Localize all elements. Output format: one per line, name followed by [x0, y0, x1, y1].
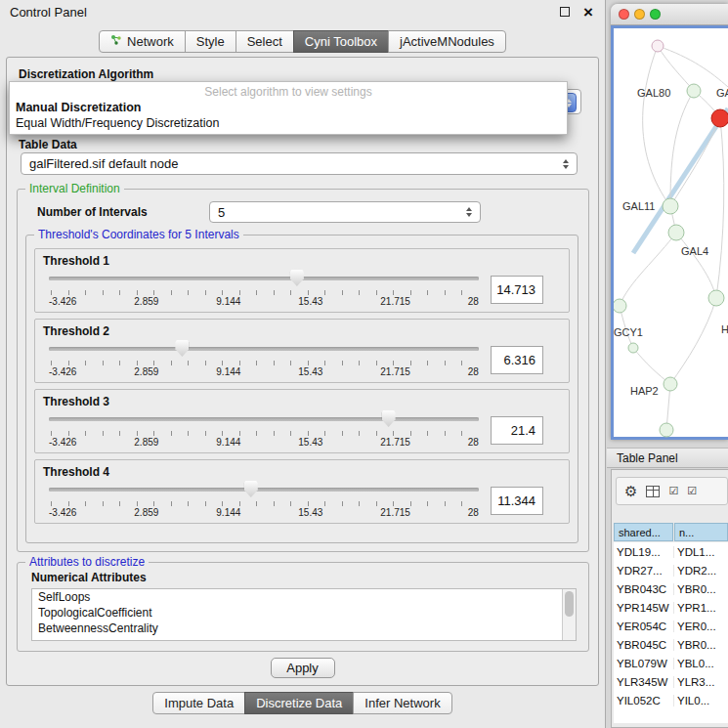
close-window-button[interactable]	[619, 9, 629, 20]
threshold-slider[interactable]: -3.4262.8599.14415.4321.71528	[49, 340, 479, 379]
network-node[interactable]	[668, 225, 684, 240]
slider-track	[49, 347, 479, 351]
columns-icon[interactable]	[646, 486, 660, 497]
threshold-box-3: Threshold 3-3.4262.8599.14415.4321.71528…	[34, 389, 570, 453]
cell-shared-name: YDR27...	[614, 565, 674, 577]
table-row[interactable]: YLR345WYLR3...	[614, 672, 728, 691]
slider-thumb[interactable]	[382, 410, 396, 427]
table-data-combobox[interactable]: galFiltered.sif default node	[21, 152, 578, 175]
column-header-shared-name[interactable]: shared...	[614, 523, 673, 541]
cell-shared-name: YBL079W	[614, 658, 674, 669]
node-label: GCY1	[614, 326, 643, 338]
axis-label: 2.859	[134, 437, 158, 448]
list-scrollbar[interactable]	[562, 589, 576, 640]
table-panel: ⚙ ☑ ☑ shared... n... YDL19...YDL1...YDR2…	[611, 469, 728, 728]
network-node[interactable]	[708, 290, 724, 306]
threshold-label: Threshold 1	[43, 254, 109, 268]
checkbox-icon[interactable]: ☑	[668, 485, 678, 497]
cell-name: YBL0...	[674, 658, 728, 669]
network-node[interactable]	[660, 423, 673, 437]
table-toolbar: ⚙ ☑ ☑	[616, 477, 728, 505]
table-row[interactable]: YDL19...YDL1...	[614, 542, 728, 561]
list-item-selfloops[interactable]: SelfLoops	[32, 589, 576, 605]
threshold-value-field[interactable]: 6.316	[491, 346, 543, 374]
network-node[interactable]	[614, 299, 626, 313]
network-node[interactable]	[628, 343, 638, 353]
network-node[interactable]	[664, 377, 677, 391]
threshold-value-field[interactable]: 21.4	[491, 416, 543, 445]
threshold-value-field[interactable]: 14.713	[491, 276, 543, 304]
axis-label: 15.43	[298, 507, 322, 518]
tab-label: Network	[127, 34, 174, 49]
network-canvas[interactable]: GAL80GAGAL11GAL4GCY1HAP2H	[611, 25, 728, 440]
threshold-slider[interactable]: -3.4262.8599.14415.4321.71528	[49, 270, 479, 309]
table-row[interactable]: YBL079WYBL0...	[614, 654, 728, 672]
table-row[interactable]: YDR27...YDR2...	[614, 561, 728, 579]
number-of-intervals-combobox[interactable]: 5	[209, 201, 481, 223]
cell-shared-name: YBR045C	[614, 639, 674, 651]
arrow-down-icon	[563, 165, 569, 169]
numerical-attributes-list[interactable]: SelfLoopsTopologicalCoefficientBetweenne…	[31, 588, 577, 641]
node-label: HAP2	[630, 385, 659, 397]
axis-label: 2.859	[134, 366, 158, 377]
slider-axis-labels: -3.4262.8599.14415.4321.71528	[49, 366, 479, 377]
slider-track	[49, 417, 479, 421]
tab-impute-data[interactable]: Impute Data	[152, 692, 245, 714]
network-node[interactable]	[652, 40, 664, 52]
minimize-icon[interactable]	[560, 7, 570, 17]
slider-track	[49, 277, 479, 280]
network-node[interactable]	[687, 84, 701, 98]
popup-option-equal-width-frequency-discretization[interactable]: Equal Width/Frequency Discretization	[10, 115, 567, 131]
list-item-topologicalcoefficient[interactable]: TopologicalCoefficient	[32, 605, 576, 621]
scrollbar-thumb[interactable]	[565, 591, 574, 617]
tab-jactivemnodules[interactable]: jActiveMNodules	[388, 30, 506, 53]
tab-select[interactable]: Select	[236, 30, 294, 53]
threshold-label: Threshold 4	[43, 465, 109, 479]
threshold-slider[interactable]: -3.4262.8599.14415.4321.71528	[49, 410, 479, 450]
apply-button[interactable]: Apply	[271, 658, 335, 678]
table-row[interactable]: YER054CYER0...	[614, 617, 728, 635]
gear-icon[interactable]: ⚙	[624, 483, 637, 500]
column-header-name[interactable]: n...	[674, 523, 728, 541]
interval-definition-group: Interval Definition Number of Intervals …	[17, 189, 589, 552]
tab-cyni-toolbox[interactable]: Cyni Toolbox	[293, 30, 389, 53]
slider-thumb[interactable]	[175, 340, 189, 357]
thresholds-container: Threshold 1-3.4262.8599.14415.4321.71528…	[34, 248, 570, 530]
axis-label: -3.426	[49, 437, 76, 448]
slider-track	[49, 488, 479, 492]
tab-infer-network[interactable]: Infer Network	[353, 692, 451, 714]
threshold-slider[interactable]: -3.4262.8599.14415.4321.71528	[49, 481, 479, 520]
axis-label: 21.715	[380, 437, 410, 448]
close-icon[interactable]: ×	[583, 4, 593, 21]
network-node[interactable]	[711, 109, 728, 127]
threshold-row: -3.4262.8599.14415.4321.715286.316	[49, 340, 543, 379]
threshold-value-field[interactable]: 11.344	[491, 487, 543, 515]
slider-thumb[interactable]	[290, 270, 304, 286]
network-graph: GAL80GAGAL11GAL4GCY1HAP2H	[614, 28, 728, 440]
tab-discretize-data[interactable]: Discretize Data	[244, 692, 354, 714]
zoom-window-button[interactable]	[650, 9, 661, 20]
axis-label: 28	[468, 437, 479, 448]
numerical-attributes-label: Numerical Attributes	[31, 571, 147, 584]
minimize-window-button[interactable]	[634, 9, 645, 20]
tab-style[interactable]: Style	[185, 30, 236, 53]
tab-network[interactable]: Network	[99, 30, 186, 53]
axis-label: 15.43	[298, 437, 322, 448]
network-view-window[interactable]: GAL80GAGAL11GAL4GCY1HAP2H	[611, 4, 728, 440]
network-icon	[110, 34, 122, 49]
table-row[interactable]: YBR045CYBR0...	[614, 635, 728, 654]
tab-label: Impute Data	[164, 696, 234, 710]
table-data-value: galFiltered.sif default node	[21, 156, 558, 171]
arrow-down-icon	[466, 213, 472, 217]
network-node[interactable]	[663, 198, 678, 214]
table-row[interactable]: YIL052CYIL0...	[614, 691, 728, 709]
node-label: H	[721, 323, 728, 335]
checkbox-icon[interactable]: ☑	[687, 485, 697, 497]
threshold-row: -3.4262.8599.14415.4321.7152811.344	[49, 481, 543, 520]
control-panel-titlebar: Control Panel ×	[0, 0, 605, 23]
table-row[interactable]: YBR043CYBR0...	[614, 579, 728, 598]
list-item-betweennesscentrality[interactable]: BetweennessCentrality	[32, 621, 576, 636]
table-row[interactable]: YPR145WYPR1...	[614, 598, 728, 617]
popup-option-manual-discretization[interactable]: Manual Discretization	[10, 100, 567, 115]
slider-thumb[interactable]	[244, 481, 258, 497]
